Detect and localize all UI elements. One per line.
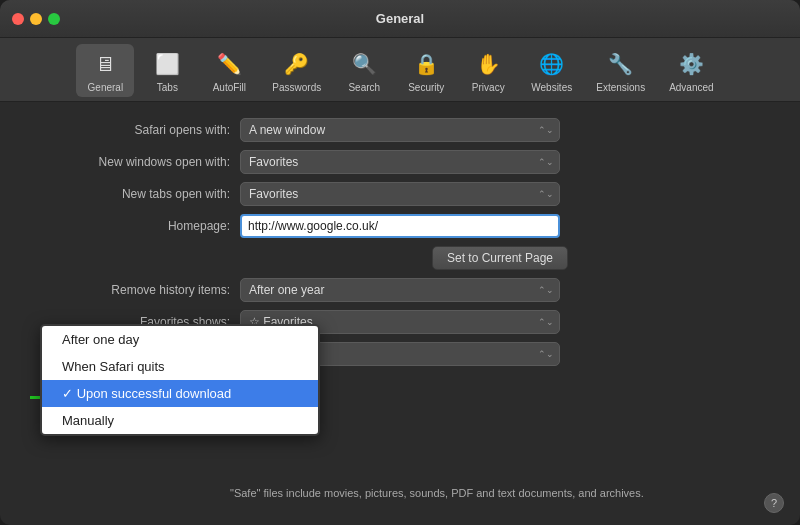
new-tabs-row: New tabs open with: Favorites — [40, 182, 760, 206]
homepage-control — [240, 214, 560, 238]
safari-opens-label: Safari opens with: — [40, 123, 240, 137]
new-windows-select[interactable]: Favorites — [240, 150, 560, 174]
new-tabs-select[interactable]: Favorites — [240, 182, 560, 206]
main-window: General 🖥 General ⬜ Tabs ✏️ AutoFill 🔑 P… — [0, 0, 800, 525]
new-windows-control: Favorites — [240, 150, 560, 174]
toolbar: 🖥 General ⬜ Tabs ✏️ AutoFill 🔑 Passwords… — [0, 38, 800, 102]
maximize-button[interactable] — [48, 13, 60, 25]
dropdown-item-manually[interactable]: Manually — [42, 407, 318, 434]
safari-opens-row: Safari opens with: A new window — [40, 118, 760, 142]
general-icon: 🖥 — [89, 48, 121, 80]
homepage-row: Homepage: — [40, 214, 760, 238]
close-button[interactable] — [12, 13, 24, 25]
extensions-icon: 🔧 — [605, 48, 637, 80]
passwords-icon: 🔑 — [281, 48, 313, 80]
help-button[interactable]: ? — [764, 493, 784, 513]
toolbar-item-websites[interactable]: 🌐 Websites — [521, 44, 582, 97]
remove-download-row: Remove download list items: After one da… — [40, 392, 760, 406]
traffic-lights — [12, 13, 60, 25]
toolbar-item-autofill[interactable]: ✏️ AutoFill — [200, 44, 258, 97]
remove-history-control: After one year — [240, 278, 560, 302]
set-current-row: Set to Current Page — [240, 246, 760, 270]
remove-history-row: Remove history items: After one year — [40, 278, 760, 302]
safari-opens-select[interactable]: A new window — [240, 118, 560, 142]
toolbar-item-tabs[interactable]: ⬜ Tabs — [138, 44, 196, 97]
download-dropdown: After one day When Safari quits Upon suc… — [40, 324, 320, 436]
toolbar-item-extensions[interactable]: 🔧 Extensions — [586, 44, 655, 97]
minimize-button[interactable] — [30, 13, 42, 25]
dropdown-item-after-one-day[interactable]: After one day — [42, 326, 318, 353]
advanced-icon: ⚙️ — [675, 48, 707, 80]
toolbar-item-search[interactable]: 🔍 Search — [335, 44, 393, 97]
homepage-label: Homepage: — [40, 219, 240, 233]
privacy-icon: ✋ — [472, 48, 504, 80]
dropdown-item-upon-successful[interactable]: Upon successful download — [42, 380, 318, 407]
new-windows-label: New windows open with: — [40, 155, 240, 169]
search-icon: 🔍 — [348, 48, 380, 80]
safari-opens-control: A new window — [240, 118, 560, 142]
window-title: General — [376, 11, 424, 26]
toolbar-item-advanced[interactable]: ⚙️ Advanced — [659, 44, 723, 97]
safe-files-note: "Safe" files include movies, pictures, s… — [230, 486, 720, 501]
toolbar-item-passwords[interactable]: 🔑 Passwords — [262, 44, 331, 97]
new-windows-row: New windows open with: Favorites — [40, 150, 760, 174]
toolbar-item-general[interactable]: 🖥 General — [76, 44, 134, 97]
content-area: Safari opens with: A new window New wind… — [0, 102, 800, 525]
security-icon: 🔒 — [410, 48, 442, 80]
dropdown-item-when-safari-quits[interactable]: When Safari quits — [42, 353, 318, 380]
remove-history-select[interactable]: After one year — [240, 278, 560, 302]
set-current-button[interactable]: Set to Current Page — [432, 246, 568, 270]
homepage-input[interactable] — [240, 214, 560, 238]
tabs-icon: ⬜ — [151, 48, 183, 80]
autofill-icon: ✏️ — [213, 48, 245, 80]
toolbar-item-privacy[interactable]: ✋ Privacy — [459, 44, 517, 97]
new-tabs-label: New tabs open with: — [40, 187, 240, 201]
remove-history-label: Remove history items: — [40, 283, 240, 297]
new-tabs-control: Favorites — [240, 182, 560, 206]
title-bar: General — [0, 0, 800, 38]
websites-icon: 🌐 — [536, 48, 568, 80]
toolbar-item-security[interactable]: 🔒 Security — [397, 44, 455, 97]
